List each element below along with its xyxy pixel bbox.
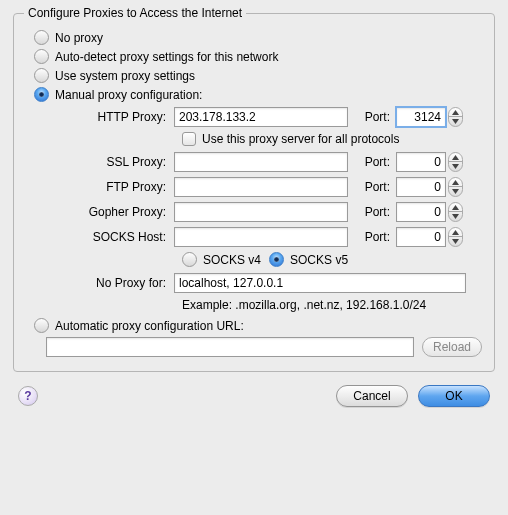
gopher-proxy-port-label: Port:: [348, 205, 396, 219]
radio-socks-v4-label: SOCKS v4: [203, 253, 261, 267]
help-button[interactable]: ?: [18, 386, 38, 406]
stepper-down-icon[interactable]: [449, 162, 462, 171]
ftp-proxy-port-input[interactable]: [396, 177, 446, 197]
ssl-proxy-host-input[interactable]: [174, 152, 348, 172]
radio-pac-row[interactable]: Automatic proxy configuration URL:: [26, 318, 482, 333]
radio-system[interactable]: [34, 68, 49, 83]
gopher-proxy-label: Gopher Proxy:: [46, 205, 174, 219]
all-protocols-row[interactable]: Use this proxy server for all protocols: [182, 132, 482, 146]
http-proxy-host-input[interactable]: [174, 107, 348, 127]
radio-auto-detect[interactable]: [34, 49, 49, 64]
radio-socks-v4-row[interactable]: SOCKS v4: [182, 252, 261, 267]
socks-host-row: SOCKS Host: Port:: [46, 227, 482, 247]
radio-auto-detect-label: Auto-detect proxy settings for this netw…: [55, 50, 278, 64]
dialog-footer: ? Cancel OK: [0, 385, 508, 417]
gopher-proxy-host-input[interactable]: [174, 202, 348, 222]
socks-version-row: SOCKS v4 SOCKS v5: [182, 252, 482, 267]
radio-manual-row[interactable]: Manual proxy configuration:: [26, 87, 482, 102]
pac-url-input[interactable]: [46, 337, 414, 357]
no-proxy-for-input[interactable]: [174, 273, 466, 293]
http-proxy-row: HTTP Proxy: Port:: [46, 107, 482, 127]
reload-button: Reload: [422, 337, 482, 357]
ssl-proxy-row: SSL Proxy: Port:: [46, 152, 482, 172]
ssl-port-stepper[interactable]: [448, 152, 463, 172]
stepper-down-icon[interactable]: [449, 237, 462, 246]
ftp-port-stepper[interactable]: [448, 177, 463, 197]
http-port-stepper[interactable]: [448, 107, 463, 127]
cancel-button[interactable]: Cancel: [336, 385, 408, 407]
no-proxy-example: Example: .mozilla.org, .net.nz, 192.168.…: [182, 298, 482, 312]
ssl-proxy-label: SSL Proxy:: [46, 155, 174, 169]
ftp-proxy-host-input[interactable]: [174, 177, 348, 197]
radio-socks-v5-row[interactable]: SOCKS v5: [269, 252, 348, 267]
radio-pac-label: Automatic proxy configuration URL:: [55, 319, 244, 333]
ftp-proxy-row: FTP Proxy: Port:: [46, 177, 482, 197]
stepper-down-icon[interactable]: [449, 212, 462, 221]
stepper-down-icon[interactable]: [449, 187, 462, 196]
stepper-up-icon[interactable]: [449, 153, 462, 162]
proxy-config-panel: Configure Proxies to Access the Internet…: [13, 13, 495, 372]
group-title: Configure Proxies to Access the Internet: [24, 6, 246, 20]
gopher-proxy-port-input[interactable]: [396, 202, 446, 222]
socks-port-label: Port:: [348, 230, 396, 244]
radio-no-proxy-row[interactable]: No proxy: [26, 30, 482, 45]
gopher-proxy-row: Gopher Proxy: Port:: [46, 202, 482, 222]
stepper-down-icon[interactable]: [449, 117, 462, 126]
http-proxy-port-label: Port:: [348, 110, 396, 124]
stepper-up-icon[interactable]: [449, 203, 462, 212]
pac-url-row: Reload: [46, 337, 482, 357]
gopher-port-stepper[interactable]: [448, 202, 463, 222]
ssl-proxy-port-input[interactable]: [396, 152, 446, 172]
radio-system-label: Use system proxy settings: [55, 69, 195, 83]
socks-host-input[interactable]: [174, 227, 348, 247]
radio-no-proxy-label: No proxy: [55, 31, 103, 45]
stepper-up-icon[interactable]: [449, 178, 462, 187]
ok-button[interactable]: OK: [418, 385, 490, 407]
socks-port-input[interactable]: [396, 227, 446, 247]
radio-no-proxy[interactable]: [34, 30, 49, 45]
radio-system-row[interactable]: Use system proxy settings: [26, 68, 482, 83]
stepper-up-icon[interactable]: [449, 108, 462, 117]
help-icon: ?: [24, 389, 31, 403]
radio-manual-label: Manual proxy configuration:: [55, 88, 202, 102]
radio-auto-detect-row[interactable]: Auto-detect proxy settings for this netw…: [26, 49, 482, 64]
no-proxy-for-row: No Proxy for:: [46, 273, 482, 293]
socks-port-stepper[interactable]: [448, 227, 463, 247]
ftp-proxy-port-label: Port:: [348, 180, 396, 194]
radio-socks-v5-label: SOCKS v5: [290, 253, 348, 267]
ssl-proxy-port-label: Port:: [348, 155, 396, 169]
http-proxy-label: HTTP Proxy:: [46, 110, 174, 124]
http-proxy-port-input[interactable]: [396, 107, 446, 127]
radio-pac[interactable]: [34, 318, 49, 333]
stepper-up-icon[interactable]: [449, 228, 462, 237]
radio-manual[interactable]: [34, 87, 49, 102]
radio-socks-v5[interactable]: [269, 252, 284, 267]
all-protocols-checkbox[interactable]: [182, 132, 196, 146]
all-protocols-label: Use this proxy server for all protocols: [202, 132, 399, 146]
no-proxy-for-label: No Proxy for:: [46, 276, 174, 290]
radio-socks-v4[interactable]: [182, 252, 197, 267]
socks-host-label: SOCKS Host:: [46, 230, 174, 244]
ftp-proxy-label: FTP Proxy:: [46, 180, 174, 194]
